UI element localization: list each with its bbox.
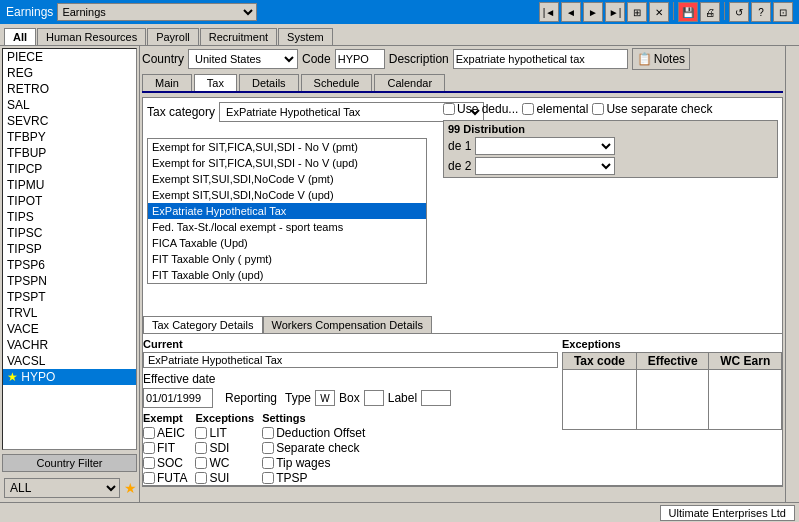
refresh-btn[interactable]: ↺ <box>729 2 749 22</box>
tab-details[interactable]: Details <box>239 74 299 91</box>
dropdown-item[interactable]: Fed. Tax-St./local exempt - sport teams <box>148 219 426 235</box>
nav-prev[interactable]: ◄ <box>561 2 581 22</box>
list-item[interactable]: TPSP6 <box>3 257 136 273</box>
list-item[interactable]: PIECE <box>3 49 136 65</box>
list-item[interactable]: TIPS <box>3 209 136 225</box>
print-btn[interactable]: 🖨 <box>700 2 720 22</box>
use-separate-check-checkbox[interactable]: Use separate check <box>592 102 712 116</box>
futa-checkbox[interactable]: FUTA <box>143 471 187 485</box>
list-item[interactable]: TPSPN <box>3 273 136 289</box>
country-select[interactable]: United States <box>188 49 298 69</box>
fit-checkbox[interactable]: FIT <box>143 441 187 455</box>
tab-tax[interactable]: Tax <box>194 74 237 91</box>
dropdown-item[interactable]: Exempt SIT,SUI,SDI,NoCode V (upd) <box>148 187 426 203</box>
earnings-dropdown[interactable]: Earnings <box>57 3 257 21</box>
list-item[interactable]: TIPSP <box>3 241 136 257</box>
deduction-offset-checkbox[interactable]: Deduction Offset <box>262 426 365 440</box>
current-section: Current ExPatriate Hypothetical Tax Effe… <box>143 338 558 485</box>
sui-checkbox[interactable]: SUI <box>195 471 254 485</box>
use-deduct-checkbox[interactable]: Use dedu... <box>443 102 518 116</box>
dropdown-item[interactable]: FIT Taxable Only (upd) <box>148 267 426 283</box>
exceptions-table: Tax code Effective WC Earn <box>562 352 782 430</box>
tpsp-checkbox[interactable]: TPSP <box>262 471 365 485</box>
de1-select[interactable] <box>475 137 615 155</box>
horiz-scroll[interactable] <box>142 486 783 500</box>
list-item[interactable]: TIPCP <box>3 161 136 177</box>
de2-select[interactable] <box>475 157 615 175</box>
notes-button[interactable]: 📋 Notes <box>632 48 690 70</box>
label-input[interactable] <box>421 390 451 406</box>
save-btn[interactable]: 💾 <box>678 2 698 22</box>
nav-first[interactable]: |◄ <box>539 2 559 22</box>
tab-all[interactable]: All <box>4 28 36 45</box>
aeic-checkbox[interactable]: AEIC <box>143 426 187 440</box>
wc-checkbox[interactable]: WC <box>195 456 254 470</box>
list-item[interactable]: TFBPY <box>3 129 136 145</box>
tab-tax-details[interactable]: Tax Category Details <box>143 316 263 333</box>
tab-system[interactable]: System <box>278 28 333 45</box>
soc-checkbox[interactable]: SOC <box>143 456 187 470</box>
sidebar-list[interactable]: PIECE REG RETRO SAL SEVRC TFBPY TFBUP TI… <box>2 48 137 450</box>
dropdown-list[interactable]: Exempt for SIT,FICA,SUI,SDI - No V (pmt)… <box>147 138 427 284</box>
code-input[interactable] <box>335 49 385 69</box>
right-scrollbar[interactable] <box>785 46 799 502</box>
dropdown-item[interactable]: Exempt for SIT,FICA,SUI,SDI - No V (pmt) <box>148 139 426 155</box>
current-label: Current <box>143 338 558 350</box>
lit-checkbox[interactable]: LIT <box>195 426 254 440</box>
tip-wages-checkbox[interactable]: Tip wages <box>262 456 365 470</box>
sdi-checkbox[interactable]: SDI <box>195 441 254 455</box>
dropdown-item[interactable]: FIT Taxable Only ( pymt) <box>148 251 426 267</box>
list-item[interactable]: REG <box>3 65 136 81</box>
tab-hr[interactable]: Human Resources <box>37 28 146 45</box>
dist-title: 99 Distribution <box>448 123 773 135</box>
tab-main[interactable]: Main <box>142 74 192 91</box>
tab-schedule[interactable]: Schedule <box>301 74 373 91</box>
list-item[interactable]: TFBUP <box>3 145 136 161</box>
list-item[interactable]: TIPSC <box>3 225 136 241</box>
extra-btn[interactable]: ⊡ <box>773 2 793 22</box>
status-bar: Ultimate Enterprises Ltd <box>0 502 799 522</box>
separate-check-checkbox[interactable]: Separate check <box>262 441 365 455</box>
dropdown-item[interactable]: Exempt for SIT,FICA,SUI,SDI - No V (upd) <box>148 155 426 171</box>
list-item[interactable]: SEVRC <box>3 113 136 129</box>
list-item-hypo[interactable]: ★ HYPO <box>3 369 136 385</box>
bottom-content: Current ExPatriate Hypothetical Tax Effe… <box>143 338 782 485</box>
tab-wc-details[interactable]: Workers Compensation Details <box>263 316 432 333</box>
tab-payroll[interactable]: Payroll <box>147 28 199 45</box>
tab-recruitment[interactable]: Recruitment <box>200 28 277 45</box>
dropdown-item-selected[interactable]: ExPatriate Hypothetical Tax <box>148 203 426 219</box>
notes-icon: 📋 <box>637 52 652 66</box>
elemental-input[interactable] <box>522 103 534 115</box>
add-btn[interactable]: ⊞ <box>627 2 647 22</box>
use-deduct-input[interactable] <box>443 103 455 115</box>
help-btn[interactable]: ? <box>751 2 771 22</box>
content-area: Country United States Code Description 📋… <box>140 46 785 502</box>
type-input[interactable] <box>315 390 335 406</box>
type-label: Type <box>285 391 311 405</box>
nav-last[interactable]: ►| <box>605 2 625 22</box>
box-input[interactable] <box>364 390 384 406</box>
sidebar: PIECE REG RETRO SAL SEVRC TFBPY TFBUP TI… <box>0 46 140 502</box>
current-value: ExPatriate Hypothetical Tax <box>143 352 558 368</box>
de2-label: de 2 <box>448 159 471 173</box>
effective-date-input[interactable] <box>143 388 213 408</box>
tab-calendar[interactable]: Calendar <box>374 74 445 91</box>
elemental-checkbox[interactable]: elemental <box>522 102 588 116</box>
list-item[interactable]: TRVL <box>3 305 136 321</box>
list-item[interactable]: SAL <box>3 97 136 113</box>
list-item[interactable]: TIPMU <box>3 177 136 193</box>
dropdown-item[interactable]: FICA Taxable (Upd) <box>148 235 426 251</box>
list-item[interactable]: VACE <box>3 321 136 337</box>
nav-next[interactable]: ► <box>583 2 603 22</box>
dropdown-item[interactable]: Exempt SIT,SUI,SDI,NoCode V (pmt) <box>148 171 426 187</box>
use-separate-check-input[interactable] <box>592 103 604 115</box>
list-item[interactable]: RETRO <box>3 81 136 97</box>
country-filter-select[interactable]: ALL <box>4 478 120 498</box>
bottom-tabs: Tax Category Details Workers Compensatio… <box>143 316 782 334</box>
list-item[interactable]: TPSPT <box>3 289 136 305</box>
list-item[interactable]: VACSL <box>3 353 136 369</box>
desc-input[interactable] <box>453 49 628 69</box>
list-item[interactable]: TIPOT <box>3 193 136 209</box>
delete-btn[interactable]: ✕ <box>649 2 669 22</box>
list-item[interactable]: VACHR <box>3 337 136 353</box>
